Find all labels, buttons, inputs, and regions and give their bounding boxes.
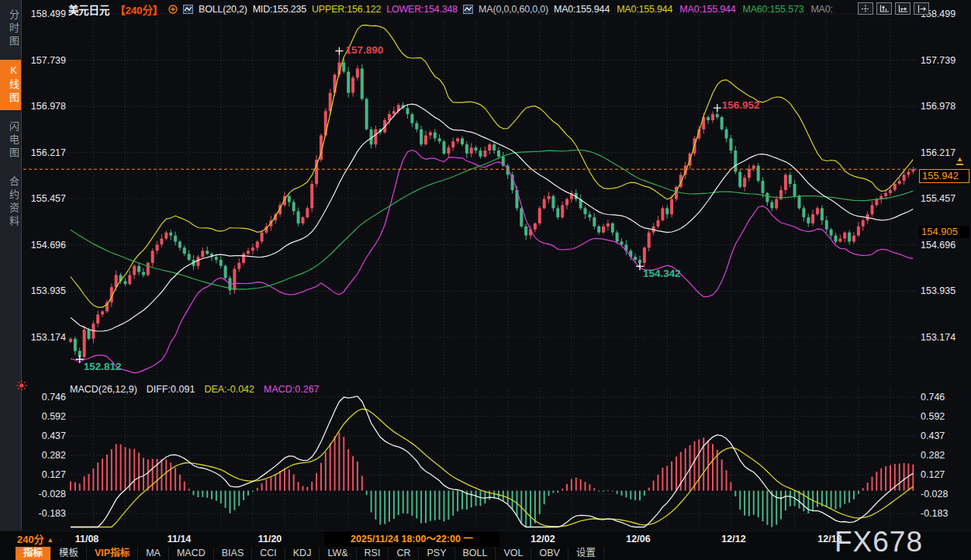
crosshair-icon[interactable] <box>858 2 873 15</box>
sidebar-tab-0[interactable]: 分时图 <box>0 5 21 54</box>
plus-circle-icon[interactable] <box>168 5 178 14</box>
price-label-right-7: 153.174 <box>921 331 969 344</box>
pan-right-icon[interactable] <box>914 2 929 15</box>
macd-label-right-2: 0.437 <box>921 430 969 442</box>
chart-canvas[interactable]: 152.812157.890154.342156.952 <box>0 0 971 560</box>
toolbar-tab-15[interactable]: 设置 <box>568 547 604 560</box>
price-label-right-6: 153.935 <box>921 285 969 297</box>
chart-type-sidebar: 分时图K线图闪电图合约资料 <box>0 0 22 560</box>
price-label-left-2: 156.978 <box>19 100 66 112</box>
price-arrow-icon: ▲ <box>956 156 963 165</box>
date-label-1: 11/14 <box>168 531 192 548</box>
ma-params: MA(0,0,0,60,0,0) <box>479 4 548 15</box>
toolbar-tab-3[interactable]: MA <box>138 547 169 560</box>
date-label-4: 12/06 <box>626 531 650 548</box>
period-label: 【240分】 <box>115 2 163 17</box>
price-label-right-2: 156.978 <box>921 100 969 112</box>
price-label-left-0: 158.499 <box>19 8 66 20</box>
date-label-3: 12/02 <box>530 531 555 548</box>
toolbar-tab-11[interactable]: PSY <box>419 547 454 560</box>
selected-candle-time: 2025/11/24 18:00～22:00 一 <box>324 531 499 548</box>
watermark: FX678 <box>835 526 923 558</box>
chart-tool-icons <box>858 2 929 15</box>
toolbar-tab-8[interactable]: LW& <box>320 547 356 560</box>
macd-label-right-0: 0.746 <box>921 391 969 403</box>
boll-lower: LOWER:154.348 <box>386 4 458 15</box>
macd-label-left-3: 0.282 <box>19 449 66 461</box>
ma-value-4: MA0: <box>810 4 832 15</box>
macd-diff: DIFF:0.091 <box>147 384 195 395</box>
period-selector[interactable]: 240分 ▲ <box>17 531 54 548</box>
dropdown-arrow-icon: ▲ <box>47 536 54 544</box>
macd-label-left-6: -0.183 <box>19 507 66 520</box>
price-label-right-5: 154.696 <box>921 239 969 251</box>
zoom-horizontal-icon[interactable] <box>895 2 911 15</box>
macd-label-right-6: -0.183 <box>921 507 969 520</box>
sidebar-tab-1[interactable]: K线图 <box>0 60 21 110</box>
mini-chart-icon <box>463 5 473 14</box>
live-indicator-icon <box>16 379 28 392</box>
toolbar-tab-12[interactable]: BOLL <box>455 547 496 560</box>
toolbar-tab-1[interactable]: 模板 <box>51 547 87 560</box>
toolbar-tab-4[interactable]: MACD <box>169 547 214 560</box>
boll-name: BOLL(20,2) <box>199 4 247 15</box>
toolbar-tab-5[interactable]: BIAS <box>214 547 253 560</box>
macd-value: MACD:0.267 <box>264 384 320 395</box>
ma-values: MA0:155.944MA0:155.944MA0:155.944MA60:15… <box>554 4 833 15</box>
current-price-tag: 155.942 <box>919 169 969 183</box>
boll-upper: UPPER:156.122 <box>312 4 381 15</box>
price-annotation-high: 157.890 <box>345 44 383 56</box>
macd-name: MACD(26,12,9) <box>70 384 137 395</box>
price-label-left-7: 153.174 <box>19 331 66 344</box>
price-annotation-high: 156.952 <box>722 99 760 111</box>
macd-header: MACD(26,12,9) DIFF:0.091 DEA:-0.042 MACD… <box>70 384 320 395</box>
toolbar-tab-10[interactable]: CR <box>389 547 419 560</box>
toolbar-tab-7[interactable]: KDJ <box>285 547 320 560</box>
indicator-toolbar: 指标模板VIP指标MAMACDBIASCCIKDJLW&RSICRPSYBOLL… <box>0 547 971 560</box>
ma-value-3: MA60:155.573 <box>742 4 803 15</box>
macd-label-right-3: 0.282 <box>921 449 969 461</box>
price-label-left-1: 157.739 <box>19 54 66 67</box>
ma-value-0: MA0:155.944 <box>554 4 610 15</box>
macd-label-left-5: -0.028 <box>19 488 66 500</box>
sidebar-tab-2[interactable]: 闪电图 <box>0 116 21 165</box>
toolbar-tab-14[interactable]: OBV <box>531 547 568 560</box>
chart-header: 美元日元 【240分】 BOLL(20,2) MID:155.235 UPPER… <box>68 2 833 16</box>
secondary-price-tag: 154.905 <box>919 226 969 238</box>
zoom-vertical-icon[interactable] <box>876 2 892 15</box>
time-axis-row: 240分 ▲ 2025/11/24 18:00～22:00 一 11/0811/… <box>0 531 971 548</box>
price-label-left-5: 154.696 <box>19 239 66 251</box>
macd-dea: DEA:-0.042 <box>204 384 254 395</box>
price-label-left-4: 155.457 <box>19 192 66 205</box>
sidebar-tab-3[interactable]: 合约资料 <box>0 171 21 233</box>
macd-label-left-1: 0.592 <box>19 410 66 423</box>
macd-label-right-5: -0.028 <box>921 488 969 500</box>
macd-label-left-0: 0.746 <box>19 391 66 403</box>
macd-label-left-2: 0.437 <box>19 430 66 442</box>
toolbar-tab-2[interactable]: VIP指标 <box>87 547 138 560</box>
symbol-name: 美元日元 <box>68 2 109 17</box>
mini-chart-icon <box>183 5 193 14</box>
toolbar-tab-6[interactable]: CCI <box>252 547 285 560</box>
toolbar-tab-9[interactable]: RSI <box>357 547 389 560</box>
macd-label-right-4: 0.127 <box>921 468 969 481</box>
price-label-right-4: 155.457 <box>921 192 969 205</box>
price-annotation-low: 152.812 <box>84 361 122 372</box>
price-label-left-6: 153.935 <box>19 285 66 297</box>
ma-value-1: MA0:155.944 <box>617 4 672 15</box>
date-label-2: 11/20 <box>258 531 282 548</box>
macd-label-left-4: 0.127 <box>19 468 66 481</box>
price-label-right-1: 157.739 <box>921 54 969 67</box>
toolbar-tab-13[interactable]: VOL <box>496 547 531 560</box>
date-label-5: 12/12 <box>721 531 745 548</box>
boll-mid: MID:155.235 <box>253 4 306 15</box>
toolbar-tab-0[interactable]: 指标 <box>16 547 51 560</box>
price-annotation-low: 154.342 <box>643 268 681 279</box>
macd-label-right-1: 0.592 <box>921 410 969 423</box>
ma-value-2: MA0:155.944 <box>679 4 735 15</box>
date-label-0: 11/08 <box>75 531 99 548</box>
price-label-left-3: 156.217 <box>19 147 66 159</box>
